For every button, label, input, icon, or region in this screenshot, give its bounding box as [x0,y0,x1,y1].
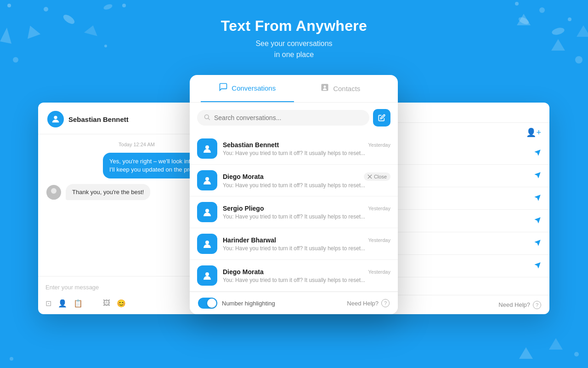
right-need-help[interactable]: Need Help? ? [498,301,541,309]
conv-name: Sergio Pliego [223,205,264,212]
toggle-knob [207,299,216,308]
svg-point-31 [205,115,209,119]
conv-time: Yesterday [368,269,390,275]
conv-header-row: Diego Morata Close [223,172,390,181]
image-icon[interactable]: 🖼 [103,299,110,308]
note-icon[interactable]: 📋 [74,299,83,308]
svg-point-7 [539,7,545,13]
svg-point-30 [324,86,326,88]
received-avatar [46,185,61,200]
contact-send-icon[interactable] [534,217,541,225]
contact-send-icon[interactable] [534,149,541,158]
svg-marker-21 [549,338,563,350]
chat-contact-avatar [47,111,64,127]
svg-point-33 [205,145,209,149]
conversation-list: Sebastian Bennett Yesterday You: Have yo… [190,133,398,292]
conv-body: Sebastian Bennett Yesterday You: Have yo… [223,141,390,156]
conv-avatar [197,265,217,286]
conv-avatar [197,170,217,190]
conv-avatar [197,234,217,254]
svg-line-32 [208,118,209,120]
svg-point-26 [51,188,57,194]
popup-tab-conversations[interactable]: Conversations [201,75,294,102]
edit-icon[interactable]: ⊡ [45,299,51,308]
popup-tabs: Conversations Contacts [190,75,398,103]
conversation-item[interactable]: Harinder Bharwal Yesterday You: Have you… [190,228,398,260]
conv-header-row: Harinder Bharwal Yesterday [223,236,390,244]
hero-title: Text From Anywhere [0,17,588,34]
svg-point-36 [205,241,209,244]
conv-avatar [197,202,217,222]
popup-modal: Conversations Contacts [190,75,398,314]
conv-preview: You: Have you tried to turn it off? It u… [223,182,390,189]
add-contact-icon[interactable]: 👤+ [526,127,541,138]
conversation-item[interactable]: Diego Morata Close You: Have you tried t… [190,165,398,196]
popup-tab-conversations-label: Conversations [232,84,276,92]
conv-preview: You: Have you tried to turn it off? It u… [223,150,390,156]
conv-preview: You: Have you tried to turn it off? It u… [223,277,390,283]
help-icon: ? [533,301,541,309]
conv-time: Yesterday [368,237,390,243]
popup-search-input[interactable] [214,114,363,121]
conversation-item[interactable]: Sergio Pliego Yesterday You: Have you tr… [190,196,398,228]
popup-bottom: Number highlighting Need Help? ? [190,292,398,314]
svg-point-23 [10,357,13,361]
hero-section: Text From Anywhere See your conversation… [0,17,588,60]
conv-header-row: Diego Morata Yesterday [223,268,390,276]
svg-point-2 [122,4,126,7]
conv-body: Diego Morata Close You: Have you tried t… [223,172,390,189]
popup-chat-icon [219,82,228,94]
popup-tab-contacts-label: Contacts [333,85,360,92]
number-highlighting-toggle[interactable] [198,298,217,309]
popup-contacts-icon [320,83,329,94]
svg-point-35 [205,209,209,213]
close-badge[interactable]: Close [364,172,390,181]
hero-subtitle: See your conversations in one place [0,38,588,60]
need-help-button[interactable]: Need Help? ? [347,299,390,307]
conv-avatar [197,138,217,159]
received-message: Thank you, you're the best! [66,184,150,200]
conv-name: Harinder Bharwal [223,236,276,244]
conv-preview: You: Have you tried to turn it off? It u… [223,245,390,252]
svg-point-1 [44,7,48,12]
svg-point-37 [205,272,209,276]
contact-send-icon[interactable] [534,262,541,270]
toggle-row: Number highlighting [198,298,275,309]
svg-point-5 [515,2,519,6]
toolbar-left: ⊡ 👤 📋 🖼 😊 [45,299,126,308]
svg-point-34 [205,177,209,181]
conv-preview: You: Have you tried to turn it off? It u… [223,213,390,220]
popup-search-wrap [197,110,369,126]
contact-send-icon[interactable] [534,172,541,180]
conv-name: Diego Morata [223,173,264,180]
contact-send-icon[interactable] [534,194,541,203]
popup-help-icon: ? [381,299,390,307]
popup-tab-contacts[interactable]: Contacts [294,75,387,102]
conv-name: Diego Morata [223,268,264,276]
person-icon[interactable]: 👤 [58,299,67,308]
svg-point-22 [574,352,579,356]
conv-name: Sebastian Bennett [223,141,279,149]
conversation-item[interactable]: Sebastian Bennett Yesterday You: Have yo… [190,133,398,165]
emoji-icon[interactable]: 😊 [117,299,126,308]
svg-point-24 [54,116,57,119]
popup-search-row [190,103,398,133]
number-highlighting-label: Number highlighting [222,300,275,307]
conv-body: Diego Morata Yesterday You: Have you tri… [223,268,390,283]
conv-body: Sergio Pliego Yesterday You: Have you tr… [223,205,390,220]
conv-time: Yesterday [368,142,390,148]
svg-point-0 [7,4,11,7]
svg-point-17 [103,3,113,11]
svg-marker-20 [519,347,533,359]
conv-header-row: Sergio Pliego Yesterday [223,205,390,212]
popup-search-icon [204,114,210,122]
conv-time: Yesterday [368,206,390,211]
contact-send-icon[interactable] [534,239,541,248]
chat-contact-name: Sebastian Bennett [68,115,129,123]
conversation-item[interactable]: Diego Morata Yesterday You: Have you tri… [190,260,398,292]
conv-header-row: Sebastian Bennett Yesterday [223,141,390,149]
compose-button[interactable] [373,109,390,126]
conv-body: Harinder Bharwal Yesterday You: Have you… [223,236,390,252]
